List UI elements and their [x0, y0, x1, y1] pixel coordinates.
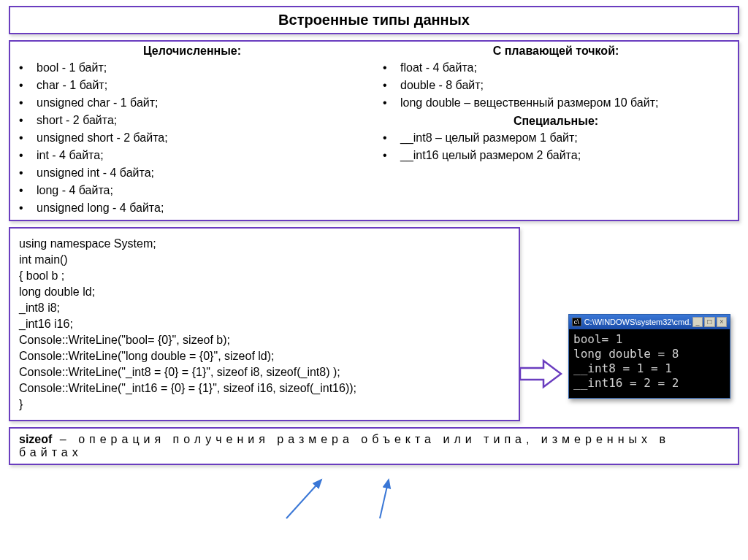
console-output: bool= 1 long double = 8 __int8 = 1 = 1 _…: [569, 329, 730, 398]
integer-list: bool - 1 байт; char - 1 байт; unsigned c…: [16, 59, 368, 217]
maximize-button[interactable]: □: [704, 317, 714, 327]
float-column: С плавающей точкой: float - 4 байта; dou…: [380, 45, 732, 217]
list-item: double - 8 байт;: [400, 77, 732, 94]
special-list: __int8 – целый размером 1 байт; __int16 …: [380, 129, 732, 164]
close-button[interactable]: ×: [717, 317, 727, 327]
footer-keyword: sizeof: [19, 433, 52, 445]
list-item: int - 4 байта;: [37, 147, 368, 164]
code-line: { bool b ;: [19, 268, 510, 284]
list-item: short - 2 байта;: [37, 112, 368, 129]
list-item: unsigned int - 4 байта;: [37, 164, 368, 182]
list-item: __int8 – целый размером 1 байт;: [400, 129, 732, 147]
arrow-right-icon: [519, 358, 562, 390]
float-head: С плавающей точкой:: [380, 45, 732, 58]
console-window: c\ C:\WINDOWS\system32\cmd.exe _ □ × boo…: [568, 314, 730, 399]
footer-panel: sizeof – операция получения размера объе…: [9, 427, 739, 465]
console-icon: c\: [572, 318, 581, 326]
list-item: long double – вещественный размером 10 б…: [400, 94, 732, 112]
float-list: float - 4 байта; double - 8 байт; long d…: [380, 59, 732, 112]
code-line: using namespace System;: [19, 236, 510, 252]
code-line: Console::WriteLine("_int8 = {0} = {1}", …: [19, 364, 510, 380]
list-item: __int16 целый размером 2 байта;: [400, 147, 732, 164]
console-title-text: C:\WINDOWS\system32\cmd.exe: [584, 318, 691, 326]
list-item: float - 4 байта;: [400, 59, 732, 77]
code-line: _int8 i8;: [19, 300, 510, 316]
special-head: Специальные:: [380, 115, 732, 128]
footer-text: – операция получения размера объекта или…: [19, 433, 670, 459]
code-line: Console::WriteLine("long double = {0}", …: [19, 348, 510, 364]
minimize-button[interactable]: _: [692, 317, 703, 327]
integer-head: Целочисленные:: [16, 45, 368, 58]
code-line: _int16 i16;: [19, 316, 510, 332]
integer-column: Целочисленные: bool - 1 байт; char - 1 б…: [16, 45, 368, 217]
list-item: bool - 1 байт;: [37, 59, 368, 77]
slide-title: Встроенные типы данных: [9, 6, 739, 34]
code-line: }: [19, 396, 510, 413]
list-item: unsigned long - 4 байта;: [37, 199, 368, 217]
list-item: char - 1 байт;: [37, 77, 368, 94]
code-panel: using namespace System; int main() { boo…: [9, 227, 520, 421]
svg-line-1: [380, 480, 389, 518]
list-item: unsigned char - 1 байт;: [37, 94, 368, 112]
list-item: unsigned short - 2 байта;: [37, 129, 368, 147]
code-line: int main(): [19, 252, 510, 268]
code-line: Console::WriteLine("_int16 = {0} = {1}",…: [19, 380, 510, 396]
title-text: Встроенные типы данных: [278, 12, 470, 28]
types-panel: Целочисленные: bool - 1 байт; char - 1 б…: [9, 40, 739, 221]
code-line: Console::WriteLine("bool= {0}", sizeof b…: [19, 332, 510, 348]
code-line: long double ld;: [19, 284, 510, 300]
svg-line-0: [286, 480, 321, 518]
console-titlebar: c\ C:\WINDOWS\system32\cmd.exe _ □ ×: [569, 315, 730, 329]
list-item: long - 4 байта;: [37, 182, 368, 199]
